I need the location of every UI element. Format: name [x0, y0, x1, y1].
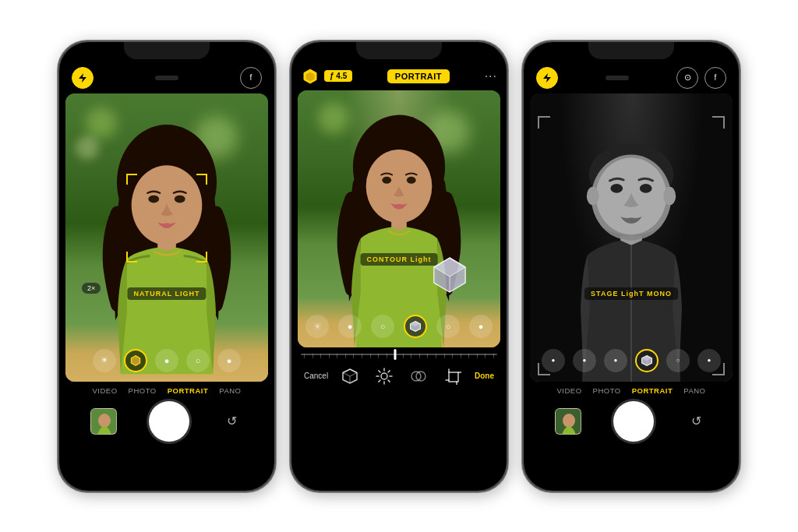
mode-photo-3[interactable]: PHOTO	[593, 386, 621, 395]
mode-portrait-1[interactable]: PORTRAIT	[168, 386, 209, 395]
shutter-button-1[interactable]	[149, 401, 189, 442]
light-icon-circle-2[interactable]: ○	[186, 349, 210, 372]
light-c2[interactable]: ○	[371, 315, 394, 338]
aperture-icon-1[interactable]: f	[240, 67, 262, 89]
light-sun-2[interactable]: ☀	[305, 315, 329, 338]
viewfinder-3[interactable]: STAGE LighT MONO ● ● ●	[530, 93, 733, 382]
rotate-icon-3[interactable]: ↺	[686, 410, 708, 432]
svg-point-44	[587, 186, 599, 205]
shutter-button-3[interactable]	[613, 401, 654, 442]
svg-point-25	[381, 373, 387, 379]
cancel-button-2[interactable]: Cancel	[304, 372, 328, 380]
svg-marker-23	[343, 369, 357, 376]
top-controls-1: f	[59, 64, 274, 93]
light-c3[interactable]: ○	[436, 315, 460, 338]
aperture-badge-2: ƒ 4.5	[324, 70, 352, 82]
svg-point-2	[148, 195, 159, 203]
top-controls-2: ƒ 4.5 PORTRAIT ···	[291, 64, 507, 90]
shutter-row-1: ↺	[59, 398, 274, 448]
aperture-icon-3[interactable]: f	[704, 67, 726, 89]
svg-point-47	[640, 183, 652, 192]
corner-bracket-tl-3	[538, 116, 550, 129]
svg-point-14	[407, 176, 416, 183]
focus-bracket-tl	[126, 174, 137, 185]
focus-bracket-bl	[126, 252, 137, 262]
thumbnail-3[interactable]	[555, 408, 581, 435]
light-c4[interactable]: ●	[469, 315, 493, 338]
mode-pano-3[interactable]: PANO	[683, 386, 705, 395]
l3-dot4[interactable]: ○	[666, 349, 690, 372]
light-selector-1: ☀ ● ○ ●	[65, 343, 268, 379]
toolbar-icons-2	[340, 366, 463, 386]
viewfinder-2[interactable]: CONTOUR Light ☀ ● ○ ○	[298, 90, 500, 347]
camera-modes-3: VIDEO PHOTO PORTRAIT PANO	[524, 382, 739, 398]
light-selector-3: ● ● ● ○ ●	[530, 343, 733, 379]
slider-2[interactable]	[291, 347, 507, 361]
camera-selector-icon-3[interactable]: ⊙	[676, 67, 698, 89]
mode-label-3: STAGE LighT MONO	[584, 287, 678, 300]
mode-portrait-3[interactable]: PORTRAIT	[632, 386, 673, 395]
phone-2: ƒ 4.5 PORTRAIT ···	[290, 41, 508, 492]
viewfinder-1[interactable]: NATURAL LIGHT 2× ☀ ● ○	[65, 93, 268, 382]
flash-icon-1[interactable]	[72, 67, 94, 89]
rotate-icon-1[interactable]: ↺	[221, 410, 243, 432]
svg-point-3	[175, 195, 185, 203]
light-icon-sun[interactable]: ☀	[93, 349, 116, 372]
status-bar-1	[59, 42, 274, 64]
svg-rect-36	[449, 372, 458, 382]
status-bar-3	[524, 42, 739, 64]
corner-bracket-tr-3	[712, 116, 725, 129]
portrait-badge-2: PORTRAIT	[387, 69, 450, 83]
brightness-icon-toolbar[interactable]	[374, 366, 394, 386]
filter-icon-toolbar[interactable]	[408, 366, 429, 386]
svg-point-13	[382, 176, 391, 183]
crop-icon-toolbar[interactable]	[443, 366, 463, 386]
svg-line-31	[388, 380, 390, 382]
light-icon-hex-selected[interactable]	[124, 349, 147, 372]
mode-video-3[interactable]: VIDEO	[557, 386, 582, 395]
top-right-icons-3: ⊙ f	[676, 67, 726, 89]
svg-point-8	[98, 414, 111, 428]
zoom-badge-1[interactable]: 2×	[81, 282, 101, 294]
flash-icon-3[interactable]	[536, 67, 558, 89]
focus-bracket-tr	[196, 174, 207, 185]
notch-indicator-3	[606, 76, 629, 80]
status-bar-2	[291, 42, 507, 64]
mode-pano-1[interactable]: PANO	[219, 386, 241, 395]
shutter-row-3: ↺	[524, 398, 739, 448]
hex-icon-2[interactable]	[301, 67, 320, 86]
svg-line-33	[379, 380, 380, 382]
top-left-2: ƒ 4.5	[301, 67, 352, 86]
done-button-2[interactable]: Done	[475, 372, 494, 380]
l3-dot1[interactable]: ●	[542, 349, 565, 372]
phone-3: ⊙ f	[522, 41, 740, 492]
light-icon-circle-1[interactable]: ●	[155, 349, 178, 372]
camera-modes-1: VIDEO PHOTO PORTRAIT PANO	[59, 382, 274, 398]
light-cube-2-selected[interactable]	[404, 315, 427, 338]
light-icon-circle-3[interactable]: ●	[217, 349, 241, 372]
focus-bracket-br	[196, 252, 207, 262]
mode-label-1: NATURAL LIGHT	[127, 287, 206, 300]
mode-label-2: CONTOUR Light	[361, 253, 438, 266]
svg-point-12	[366, 149, 433, 223]
svg-point-54	[563, 414, 575, 428]
light-selector-2: ☀ ● ○ ○ ●	[298, 308, 500, 344]
mode-video-1[interactable]: VIDEO	[93, 386, 118, 395]
l3-dot2[interactable]: ●	[573, 349, 596, 372]
l3-dot5[interactable]: ●	[697, 349, 721, 372]
light-c1[interactable]: ●	[338, 315, 362, 338]
dots-menu-2[interactable]: ···	[485, 69, 497, 83]
svg-point-46	[610, 183, 623, 192]
thumbnail-1[interactable]	[90, 408, 117, 435]
l3-dot3[interactable]: ●	[604, 349, 627, 372]
l3-cube-selected[interactable]	[635, 349, 659, 372]
svg-line-30	[379, 370, 380, 372]
svg-line-32	[388, 370, 390, 372]
phones-container: f	[0, 0, 798, 532]
cube-icon-toolbar[interactable]	[340, 366, 360, 386]
top-notch-indicator	[155, 76, 178, 80]
top-controls-3: ⊙ f	[524, 64, 739, 93]
bottom-toolbar-2: Cancel	[291, 361, 507, 394]
phone-1: f	[58, 41, 276, 492]
mode-photo-1[interactable]: PHOTO	[129, 386, 157, 395]
